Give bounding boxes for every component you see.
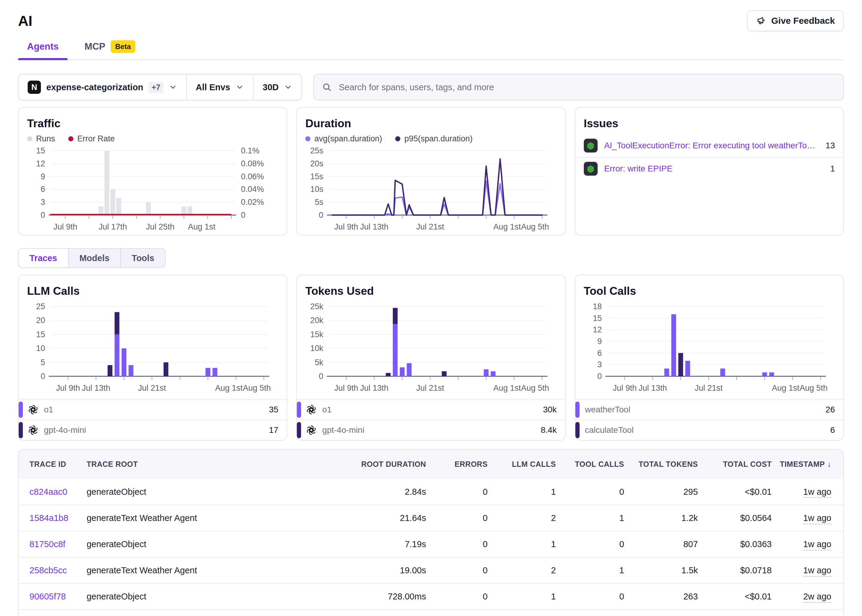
series-value: 30k	[543, 405, 557, 415]
tab-models[interactable]: Models	[69, 249, 121, 267]
table-row[interactable]: 81750c8fgenerateObject7.19s010807$0.0363…	[19, 531, 843, 557]
column-header-timestamp[interactable]: Timestamp↓	[772, 449, 843, 479]
legend-row[interactable]: o130k	[297, 399, 565, 420]
tab-mcp[interactable]: MCP Beta	[75, 40, 144, 60]
column-header-total-tokens[interactable]: Total Tokens	[624, 449, 698, 479]
svg-text:0.1%: 0.1%	[241, 146, 259, 155]
tool-calls-card: Tool Calls 0369121518Jul 9thJul 13thJul …	[575, 275, 844, 441]
tab-tools[interactable]: Tools	[121, 249, 165, 267]
svg-text:15s: 15s	[310, 172, 323, 181]
series-color-chip	[19, 422, 23, 438]
trace-id-link[interactable]: 1584a1b8	[19, 505, 86, 531]
traffic-card: Traffic RunsError Rate 0030.02%60.04%90.…	[18, 107, 287, 236]
table-row[interactable]: c824aac0generateObject2.84s010295<$0.011…	[19, 479, 843, 505]
column-header-llm-calls[interactable]: LLM Calls	[488, 449, 556, 479]
search-input[interactable]	[338, 82, 835, 93]
table-cell: 1.5k	[624, 557, 698, 583]
column-header-trace-root[interactable]: Trace Root	[86, 449, 348, 479]
legend-row[interactable]: calculateTool6	[575, 420, 843, 440]
timestamp[interactable]: 1w ago	[803, 566, 831, 575]
timestamp-cell: 2w ago	[772, 583, 843, 610]
column-header-tool-calls[interactable]: Tool Calls	[556, 449, 624, 479]
tab-agents-label: Agents	[27, 41, 59, 52]
issue-link[interactable]: Error: write EPIPE	[604, 164, 824, 174]
legend-row[interactable]: gpt-4o-mini17	[19, 420, 287, 440]
timestamp[interactable]: 1w ago	[803, 487, 831, 497]
env-filter-label: All Envs	[196, 82, 230, 92]
llm-calls-card-title: LLM Calls	[27, 285, 278, 297]
table-cell: generateObject	[86, 531, 348, 557]
table-cell: 4.95s	[348, 610, 427, 616]
svg-text:Jul 17th: Jul 17th	[99, 222, 127, 231]
tool-calls-card-title: Tool Calls	[584, 285, 835, 297]
legend-item: avg(span.duration)	[305, 134, 382, 143]
timestamp[interactable]: 1w ago	[803, 539, 831, 549]
table-row[interactable]: 1b9a433bgenerateText Weather Agent4.95s0…	[19, 610, 843, 616]
trace-id-link[interactable]: 90605f78	[19, 583, 86, 610]
table-cell: 263	[624, 583, 698, 610]
give-feedback-button[interactable]: Give Feedback	[747, 10, 844, 31]
legend-row[interactable]: o135	[19, 399, 287, 420]
series-value: 26	[826, 405, 835, 415]
svg-text:Aug 5th: Aug 5th	[799, 383, 827, 393]
search-bar[interactable]	[313, 74, 844, 101]
trace-id-link[interactable]: 258cb5cc	[19, 557, 86, 583]
legend-item: Error Rate	[68, 134, 115, 143]
table-cell: $0.0718	[698, 557, 772, 583]
timestamp-cell: 1w ago	[772, 557, 843, 583]
trace-id-link[interactable]: 81750c8f	[19, 531, 86, 557]
series-color-chip	[297, 422, 301, 438]
trace-id-link[interactable]: 1b9a433b	[19, 610, 86, 616]
tab-tools-label: Tools	[132, 253, 154, 263]
trace-id-link[interactable]: c824aac0	[19, 479, 86, 505]
column-header-root-duration[interactable]: Root Duration	[348, 449, 427, 479]
project-filter-label: expense-categorization	[46, 82, 143, 92]
legend-dot-icon	[27, 136, 32, 141]
legend-item: p95(span.duration)	[395, 134, 473, 143]
openai-icon	[306, 425, 317, 435]
table-cell: 0	[427, 531, 488, 557]
legend-dot-icon	[305, 136, 310, 141]
table-row[interactable]: 258cb5ccgenerateText Weather Agent19.00s…	[19, 557, 843, 583]
column-header-errors[interactable]: Errors	[427, 449, 488, 479]
table-cell: 2	[488, 505, 556, 531]
timestamp-cell: 1w ago	[772, 479, 843, 505]
table-cell: <$0.01	[698, 610, 772, 616]
tab-traces-label: Traces	[30, 253, 57, 263]
svg-text:5s: 5s	[315, 198, 323, 207]
beta-badge: Beta	[111, 40, 135, 53]
issue-count: 13	[826, 141, 835, 150]
timestamp[interactable]: 1w ago	[803, 513, 831, 523]
svg-text:15: 15	[36, 330, 45, 339]
svg-text:0.08%: 0.08%	[241, 159, 264, 168]
column-header-trace-id[interactable]: Trace ID	[19, 449, 86, 479]
svg-text:25: 25	[36, 302, 45, 311]
table-cell: 1	[488, 479, 556, 505]
svg-text:Jul 21st: Jul 21st	[416, 222, 444, 231]
tab-agents[interactable]: Agents	[18, 40, 68, 60]
timestamp[interactable]: 2w ago	[803, 592, 831, 601]
svg-text:Aug 1st: Aug 1st	[772, 383, 799, 393]
svg-text:3: 3	[41, 198, 45, 207]
issue-row[interactable]: ⬢AI_ToolExecutionError: Error executing …	[575, 134, 843, 157]
series-color-chip	[575, 402, 579, 418]
legend-label: Runs	[36, 134, 55, 143]
svg-text:0: 0	[41, 211, 45, 220]
table-cell: 728.00ms	[348, 583, 427, 610]
series-label: gpt-4o-mini	[322, 425, 364, 435]
tab-traces[interactable]: Traces	[19, 249, 69, 267]
table-row[interactable]: 90605f78generateObject728.00ms010263<$0.…	[19, 583, 843, 610]
usage-cards: LLM Calls 0510152025Jul 9thJul 13thJul 2…	[18, 275, 844, 441]
table-row[interactable]: 1584a1b8generateText Weather Agent21.64s…	[19, 505, 843, 531]
legend-label: p95(span.duration)	[404, 134, 473, 143]
time-range-dropdown[interactable]: 30D	[253, 75, 301, 100]
column-header-total-cost[interactable]: Total Cost	[698, 449, 772, 479]
issue-link[interactable]: AI_ToolExecutionError: Error executing t…	[604, 141, 819, 150]
env-filter-dropdown[interactable]: All Envs	[186, 75, 253, 100]
series-label: o1	[322, 405, 331, 415]
svg-text:Jul 13th: Jul 13th	[360, 383, 389, 393]
project-filter-dropdown[interactable]: N expense-categorization +7	[19, 75, 186, 100]
legend-row[interactable]: weatherTool26	[575, 399, 843, 420]
legend-row[interactable]: gpt-4o-mini8.4k	[297, 420, 565, 440]
issue-row[interactable]: ⬢Error: write EPIPE1	[575, 157, 843, 180]
